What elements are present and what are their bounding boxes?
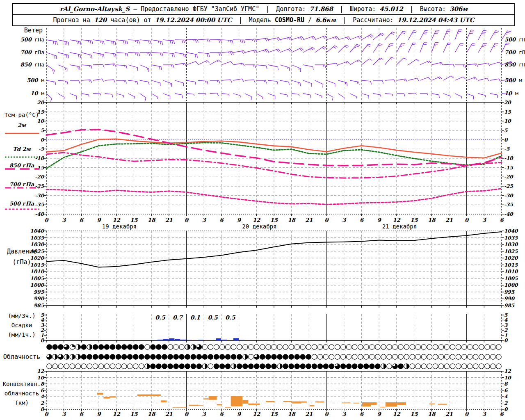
svg-text:12: 12 bbox=[393, 411, 401, 417]
model-resolution: 6.6км bbox=[315, 16, 336, 24]
convective-cloud-bar bbox=[161, 400, 167, 402]
temp-legend-label-0: 2м bbox=[0, 122, 43, 129]
svg-text:0: 0 bbox=[185, 411, 189, 417]
forecast-label: Прогноз на bbox=[53, 16, 90, 24]
header-separator bbox=[267, 6, 268, 13]
svg-text:0: 0 bbox=[185, 217, 189, 223]
svg-text:1040: 1040 bbox=[504, 228, 518, 234]
svg-text:6: 6 bbox=[80, 217, 84, 223]
svg-text:1030: 1030 bbox=[504, 242, 518, 247]
precip-bar bbox=[181, 340, 186, 340]
svg-text:0: 0 bbox=[41, 137, 45, 143]
temp-legend-label-1: Td 2м bbox=[0, 146, 43, 153]
precip-bar bbox=[158, 340, 163, 340]
svg-text:15: 15 bbox=[410, 217, 418, 223]
svg-text:985: 985 bbox=[34, 303, 44, 308]
precip-bar bbox=[175, 339, 180, 340]
svg-text:15: 15 bbox=[270, 411, 278, 417]
svg-text:18: 18 bbox=[288, 217, 296, 223]
convective-cloud-bar bbox=[217, 404, 222, 405]
svg-text:21: 21 bbox=[445, 411, 453, 417]
forecast-hours: 120 bbox=[94, 16, 107, 24]
svg-text:21: 21 bbox=[445, 217, 453, 223]
precip-bar bbox=[187, 340, 192, 340]
svg-text:9: 9 bbox=[377, 411, 382, 417]
station-name: rAl_Gorno-Altaysk_S bbox=[60, 5, 130, 13]
svg-text:12: 12 bbox=[113, 411, 121, 417]
cloud-row-1 bbox=[47, 345, 502, 350]
wind-level-label: 850 гПа bbox=[504, 62, 525, 68]
svg-text:15: 15 bbox=[130, 217, 138, 223]
svg-text:-30: -30 bbox=[35, 193, 44, 199]
svg-text:985: 985 bbox=[504, 303, 515, 308]
convective-cloud-bar bbox=[203, 398, 209, 399]
svg-text:12: 12 bbox=[393, 217, 401, 223]
svg-text:1000: 1000 bbox=[504, 282, 518, 288]
temp-legend-line-0 bbox=[4, 131, 40, 135]
svg-text:9: 9 bbox=[97, 411, 102, 417]
convective-cloud-bar bbox=[103, 397, 110, 399]
header-separator bbox=[341, 6, 342, 13]
svg-text:12: 12 bbox=[37, 368, 44, 374]
svg-text:-15: -15 bbox=[504, 165, 513, 171]
svg-text:15: 15 bbox=[410, 411, 418, 417]
svg-text:1005: 1005 bbox=[504, 276, 518, 281]
temp-legend-line-1 bbox=[4, 155, 40, 159]
svg-text:1010: 1010 bbox=[30, 269, 45, 274]
svg-text:6: 6 bbox=[504, 388, 508, 393]
cloud-row-2 bbox=[47, 354, 502, 360]
svg-text:1010: 1010 bbox=[504, 269, 518, 274]
pressure-title-line2: (гПа) bbox=[0, 259, 43, 265]
precip-bar bbox=[199, 340, 204, 340]
header-box: rAl_Gorno-Altaysk_S — Предоставлено ФГБУ… bbox=[12, 3, 515, 26]
svg-text:3: 3 bbox=[62, 217, 66, 223]
svg-text:18: 18 bbox=[288, 411, 296, 417]
convective-cloud-bar bbox=[362, 402, 371, 406]
convective-cloud-bar bbox=[429, 404, 435, 404]
calc-label: Рассчитано: bbox=[353, 16, 393, 24]
svg-text:-20: -20 bbox=[504, 174, 514, 180]
temp-legend-line-3 bbox=[4, 186, 40, 190]
svg-text:21: 21 bbox=[305, 411, 313, 417]
svg-text:9: 9 bbox=[97, 217, 102, 223]
convective-cloud-bar bbox=[209, 396, 217, 399]
svg-text:21: 21 bbox=[165, 411, 173, 417]
alt-label: Высота: bbox=[420, 5, 446, 13]
svg-text:3: 3 bbox=[482, 217, 486, 223]
svg-text:3: 3 bbox=[62, 411, 66, 417]
conv-title-line1: Конвективн. bbox=[0, 381, 43, 387]
conv-title-line3: (км) bbox=[0, 399, 43, 406]
svg-text:20 декабря: 20 декабря bbox=[242, 223, 276, 230]
svg-text:0: 0 bbox=[325, 411, 329, 417]
svg-text:18: 18 bbox=[428, 411, 436, 417]
svg-text:3: 3 bbox=[342, 217, 346, 223]
svg-text:4: 4 bbox=[504, 394, 508, 399]
svg-text:8: 8 bbox=[504, 381, 508, 387]
meteogram: rAl_Gorno-Altaysk_S — Предоставлено ФГБУ… bbox=[0, 0, 525, 420]
svg-text:-10: -10 bbox=[504, 155, 514, 161]
svg-text:9: 9 bbox=[237, 411, 242, 417]
svg-text:0: 0 bbox=[325, 217, 329, 223]
svg-text:12: 12 bbox=[253, 217, 260, 223]
svg-text:0.5: 0.5 bbox=[208, 314, 218, 321]
convective-cloud-bar bbox=[242, 400, 248, 404]
svg-text:18: 18 bbox=[148, 217, 156, 223]
convective-cloud-bar bbox=[301, 402, 306, 403]
svg-text:-20: -20 bbox=[35, 174, 44, 180]
convective-cloud-bar bbox=[315, 402, 324, 403]
svg-text:3: 3 bbox=[342, 411, 346, 417]
convective-cloud-bar bbox=[283, 401, 292, 402]
convective-cloud-bars bbox=[97, 393, 447, 408]
svg-text:15: 15 bbox=[504, 109, 511, 115]
svg-text:990: 990 bbox=[504, 296, 515, 301]
svg-text:1025: 1025 bbox=[504, 249, 518, 254]
svg-text:-5: -5 bbox=[504, 146, 510, 152]
svg-text:0: 0 bbox=[504, 338, 508, 343]
svg-text:-40: -40 bbox=[35, 211, 44, 217]
wind-level-label: 500 гПа bbox=[504, 37, 525, 43]
convective-cloud-bar bbox=[386, 402, 397, 406]
svg-text:-25: -25 bbox=[504, 183, 513, 189]
model-slash: / bbox=[308, 16, 312, 24]
precip-bar bbox=[233, 338, 239, 340]
model-label: Модель bbox=[249, 16, 271, 24]
